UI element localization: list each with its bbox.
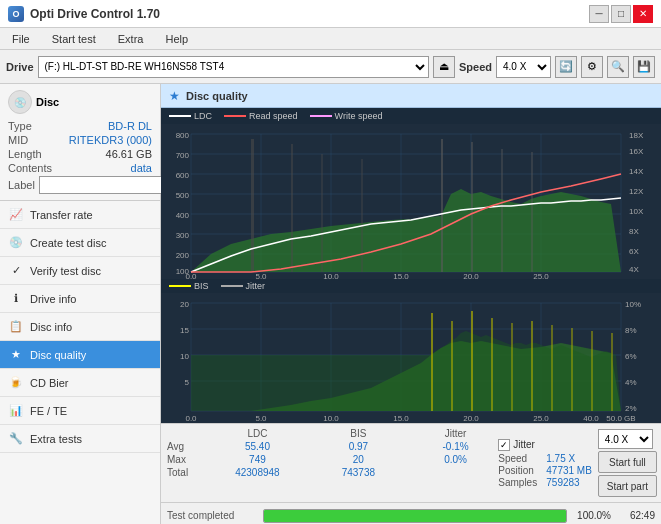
scan-button[interactable]: 🔍 bbox=[607, 56, 629, 78]
close-button[interactable]: ✕ bbox=[633, 5, 653, 23]
svg-text:300: 300 bbox=[176, 231, 190, 240]
avg-row-label: Avg bbox=[165, 440, 201, 453]
svg-text:4X: 4X bbox=[629, 265, 639, 274]
svg-rect-18 bbox=[291, 144, 293, 272]
svg-rect-70 bbox=[591, 331, 593, 411]
total-bis-value: 743738 bbox=[314, 466, 403, 479]
bottom-chart-svg: 20 15 10 5 0.0 5.0 10.0 15.0 20.0 25.0 4… bbox=[161, 293, 661, 423]
sidebar-item-disc-info[interactable]: 📋 Disc info bbox=[0, 313, 160, 341]
sidebar-item-extra-tests[interactable]: 🔧 Extra tests bbox=[0, 425, 160, 453]
minimize-button[interactable]: ─ bbox=[589, 5, 609, 23]
speed-label: Speed bbox=[459, 61, 492, 73]
svg-text:5.0: 5.0 bbox=[255, 272, 267, 279]
svg-text:2%: 2% bbox=[625, 404, 637, 413]
ldc-legend-label: LDC bbox=[194, 111, 212, 121]
progress-bar bbox=[263, 509, 567, 523]
sidebar-item-label-drive-info: Drive info bbox=[30, 293, 76, 305]
mid-value: RITEKDR3 (000) bbox=[69, 134, 152, 146]
sidebar-item-label-fe-te: FE / TE bbox=[30, 405, 67, 417]
sidebar-item-transfer-rate[interactable]: 📈 Transfer rate bbox=[0, 201, 160, 229]
create-test-disc-icon: 💿 bbox=[8, 235, 24, 251]
avg-ldc-value: 55.40 bbox=[201, 440, 314, 453]
menu-bar: File Start test Extra Help bbox=[0, 28, 661, 50]
speed-value-stats: 1.75 X bbox=[546, 453, 575, 464]
bis-legend-label: BIS bbox=[194, 281, 209, 291]
svg-rect-22 bbox=[471, 142, 473, 272]
disc-quality-icon: ★ bbox=[8, 347, 24, 363]
eject-button[interactable]: ⏏ bbox=[433, 56, 455, 78]
sidebar-item-create-test-disc[interactable]: 💿 Create test disc bbox=[0, 229, 160, 257]
svg-text:0.0: 0.0 bbox=[185, 414, 197, 423]
length-value: 46.61 GB bbox=[106, 148, 152, 160]
svg-rect-67 bbox=[531, 321, 533, 411]
title-bar: O Opti Drive Control 1.70 ─ □ ✕ bbox=[0, 0, 661, 28]
svg-rect-23 bbox=[501, 149, 503, 272]
speed-label-stats: Speed bbox=[498, 453, 543, 464]
settings-button[interactable]: ⚙ bbox=[581, 56, 603, 78]
write-speed-legend-line bbox=[310, 115, 332, 117]
disc-icon: 💿 bbox=[8, 90, 32, 114]
refresh-button[interactable]: 🔄 bbox=[555, 56, 577, 78]
position-value: 47731 MB bbox=[546, 465, 592, 476]
cd-bier-icon: 🍺 bbox=[8, 375, 24, 391]
sidebar-item-cd-bier[interactable]: 🍺 CD Bier bbox=[0, 369, 160, 397]
svg-rect-66 bbox=[511, 323, 513, 411]
sidebar-item-label-disc-info: Disc info bbox=[30, 321, 72, 333]
label-input[interactable] bbox=[39, 176, 172, 194]
jitter-legend-item: Jitter bbox=[221, 281, 266, 291]
mid-label: MID bbox=[8, 134, 28, 146]
drive-label: Drive bbox=[6, 61, 34, 73]
svg-rect-68 bbox=[551, 325, 553, 411]
read-speed-legend-label: Read speed bbox=[249, 111, 298, 121]
jitter-legend-label: Jitter bbox=[246, 281, 266, 291]
svg-text:15.0: 15.0 bbox=[393, 414, 409, 423]
menu-file[interactable]: File bbox=[6, 31, 36, 47]
sidebar-item-disc-quality[interactable]: ★ Disc quality bbox=[0, 341, 160, 369]
speed-select-stats[interactable]: 4.0 X bbox=[598, 429, 653, 449]
sidebar: 💿 Disc Type BD-R DL MID RITEKDR3 (000) L… bbox=[0, 84, 161, 524]
sidebar-item-fe-te[interactable]: 📊 FE / TE bbox=[0, 397, 160, 425]
length-label: Length bbox=[8, 148, 42, 160]
sidebar-item-label-create-test-disc: Create test disc bbox=[30, 237, 106, 249]
menu-extra[interactable]: Extra bbox=[112, 31, 150, 47]
jitter-checkbox[interactable]: ✓ bbox=[498, 439, 510, 451]
maximize-button[interactable]: □ bbox=[611, 5, 631, 23]
svg-text:16X: 16X bbox=[629, 147, 644, 156]
save-button[interactable]: 💾 bbox=[633, 56, 655, 78]
sidebar-item-verify-test-disc[interactable]: ✓ Verify test disc bbox=[0, 257, 160, 285]
svg-rect-64 bbox=[471, 311, 473, 411]
svg-text:10.0: 10.0 bbox=[323, 414, 339, 423]
drive-select[interactable]: (F:) HL-DT-ST BD-RE WH16NS58 TST4 bbox=[38, 56, 429, 78]
menu-start-test[interactable]: Start test bbox=[46, 31, 102, 47]
top-chart-legend: LDC Read speed Write speed bbox=[161, 108, 661, 124]
sidebar-item-label-cd-bier: CD Bier bbox=[30, 377, 69, 389]
sidebar-item-drive-info[interactable]: ℹ Drive info bbox=[0, 285, 160, 313]
svg-rect-62 bbox=[431, 313, 433, 411]
start-full-button[interactable]: Start full bbox=[598, 451, 657, 473]
chart-title: Disc quality bbox=[186, 90, 248, 102]
svg-text:12X: 12X bbox=[629, 187, 644, 196]
app-title: Opti Drive Control 1.70 bbox=[30, 7, 160, 21]
contents-label: Contents bbox=[8, 162, 52, 174]
start-part-button[interactable]: Start part bbox=[598, 475, 657, 497]
extra-tests-icon: 🔧 bbox=[8, 431, 24, 447]
svg-text:10%: 10% bbox=[625, 300, 641, 309]
progress-percent: 100.0% bbox=[573, 510, 611, 521]
svg-rect-19 bbox=[321, 154, 323, 272]
svg-rect-65 bbox=[491, 318, 493, 411]
menu-help[interactable]: Help bbox=[159, 31, 194, 47]
total-ldc-value: 42308948 bbox=[201, 466, 314, 479]
svg-rect-17 bbox=[251, 139, 254, 272]
svg-text:400: 400 bbox=[176, 211, 190, 220]
fe-te-icon: 📊 bbox=[8, 403, 24, 419]
svg-text:50.0 GB: 50.0 GB bbox=[606, 414, 635, 423]
speed-select[interactable]: 4.0 X bbox=[496, 56, 551, 78]
chart-header-icon: ★ bbox=[169, 89, 180, 103]
top-chart: 800 700 600 500 400 300 200 100 0.0 5.0 … bbox=[161, 124, 661, 279]
svg-text:700: 700 bbox=[176, 151, 190, 160]
sidebar-item-label-transfer-rate: Transfer rate bbox=[30, 209, 93, 221]
svg-rect-24 bbox=[531, 152, 533, 272]
bottom-chart-legend: BIS Jitter bbox=[161, 279, 661, 293]
ldc-col-header: LDC bbox=[201, 427, 314, 440]
svg-text:200: 200 bbox=[176, 251, 190, 260]
